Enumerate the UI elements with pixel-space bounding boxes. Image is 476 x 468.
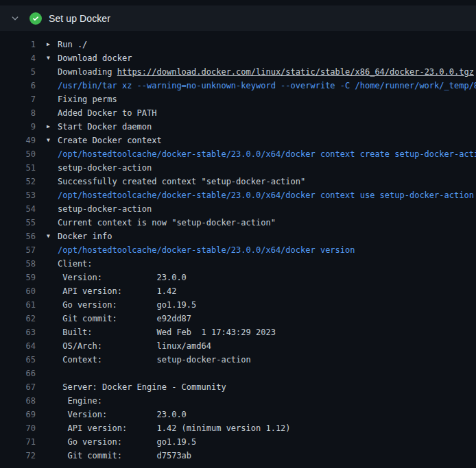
log-line: 66 <box>0 367 476 380</box>
log-text: setup-docker-action <box>36 202 476 216</box>
log-line: 61 Go version: go1.19.5 <box>0 298 476 312</box>
log-line: 71 Go version: go1.19.5 <box>0 435 476 449</box>
log-text: setup-docker-action <box>36 161 476 175</box>
log-group-line[interactable]: 1▶Run ./ <box>0 38 476 51</box>
line-number[interactable]: 52 <box>0 175 36 188</box>
line-number[interactable]: 57 <box>0 243 36 257</box>
log-text: ▼Create Docker context <box>36 134 476 147</box>
log-text-prefix: Downloading <box>58 67 117 77</box>
line-number[interactable]: 71 <box>0 435 36 449</box>
line-number[interactable]: 62 <box>0 312 36 325</box>
line-number[interactable]: 55 <box>0 216 36 230</box>
log-line: 64 OS/Arch: linux/amd64 <box>0 339 476 353</box>
log-text: Added Docker to PATH <box>36 106 476 120</box>
log-text: Git commit: e92dd87 <box>36 312 476 325</box>
log-text: Engine: <box>36 394 476 408</box>
log-line: 58Client: <box>0 257 476 271</box>
log-text: Server: Docker Engine - Community <box>36 380 476 394</box>
line-number[interactable]: 8 <box>0 106 36 120</box>
line-number[interactable]: 69 <box>0 408 36 421</box>
chevron-down-icon[interactable]: ▼ <box>47 230 50 243</box>
line-number[interactable]: 66 <box>0 367 36 380</box>
chevron-down-icon[interactable]: ▼ <box>47 51 50 65</box>
log-line: 57/opt/hostedtoolcache/docker-stable/23.… <box>0 243 476 257</box>
log-text: Go version: go1.19.5 <box>36 435 476 449</box>
line-number[interactable]: 67 <box>0 380 36 394</box>
log-text: Go version: go1.19.5 <box>36 298 476 312</box>
line-number[interactable]: 4 <box>0 51 36 65</box>
line-number[interactable]: 59 <box>0 271 36 284</box>
log-line: 60 API version: 1.42 <box>0 284 476 298</box>
log-text: /opt/hostedtoolcache/docker-stable/23.0.… <box>36 243 476 257</box>
chevron-right-icon[interactable]: ▶ <box>47 38 50 51</box>
log-text: Context: setup-docker-action <box>36 353 476 367</box>
line-number[interactable]: 60 <box>0 284 36 298</box>
log-text: OS/Arch: linux/amd64 <box>36 339 476 353</box>
line-number[interactable]: 9 <box>0 120 36 134</box>
line-number[interactable]: 70 <box>0 421 36 435</box>
log-text: Version: 23.0.0 <box>36 271 476 284</box>
line-number[interactable]: 53 <box>0 188 36 202</box>
log-line: 52Successfully created context "setup-do… <box>0 175 476 188</box>
chevron-down-icon[interactable] <box>10 13 21 24</box>
log-text: Built: Wed Feb 1 17:43:29 2023 <box>36 325 476 339</box>
log-text: ▶Run ./ <box>36 38 476 51</box>
log-text: Git commit: d7573ab <box>36 449 476 463</box>
check-circle-icon <box>29 12 42 25</box>
line-number[interactable]: 5 <box>0 65 36 79</box>
chevron-down-icon[interactable]: ▼ <box>47 134 50 147</box>
log-link[interactable]: https://download.docker.com/linux/static… <box>117 67 474 77</box>
log-group-line[interactable]: 49▼Create Docker context <box>0 134 476 147</box>
line-number[interactable]: 61 <box>0 298 36 312</box>
log-line: 69 Version: 23.0.0 <box>0 408 476 421</box>
log-text: /opt/hostedtoolcache/docker-stable/23.0.… <box>36 188 476 202</box>
log-line: 70 API version: 1.42 (minimum version 1.… <box>0 421 476 435</box>
log-line: 53/opt/hostedtoolcache/docker-stable/23.… <box>0 188 476 202</box>
step-title: Set up Docker <box>49 13 110 24</box>
log-text: API version: 1.42 (minimum version 1.12) <box>36 421 476 435</box>
log-text: API version: 1.42 <box>36 284 476 298</box>
line-number[interactable]: 68 <box>0 394 36 408</box>
line-number[interactable]: 7 <box>0 93 36 106</box>
line-number[interactable]: 51 <box>0 161 36 175</box>
line-number[interactable]: 58 <box>0 257 36 271</box>
log-text: ▼Download docker <box>36 51 476 65</box>
log-text: Current context is now "setup-docker-act… <box>36 216 476 230</box>
log-group-line[interactable]: 4▼Download docker <box>0 51 476 65</box>
log-line: 7Fixing perms <box>0 93 476 106</box>
line-number[interactable]: 56 <box>0 230 36 243</box>
log-text: Client: <box>36 257 476 271</box>
line-number[interactable]: 6 <box>0 79 36 93</box>
log-text: Fixing perms <box>36 93 476 106</box>
log-line: 72 Git commit: d7573ab <box>0 449 476 463</box>
line-number[interactable]: 63 <box>0 325 36 339</box>
log-text: Version: 23.0.0 <box>36 408 476 421</box>
log-text: /opt/hostedtoolcache/docker-stable/23.0.… <box>36 147 476 161</box>
log-text: Downloading https://download.docker.com/… <box>36 65 476 79</box>
log-group-line[interactable]: 9▶Start Docker daemon <box>0 120 476 134</box>
log-line: 55Current context is now "setup-docker-a… <box>0 216 476 230</box>
log-line: 65 Context: setup-docker-action <box>0 353 476 367</box>
line-number[interactable]: 64 <box>0 339 36 353</box>
line-number[interactable]: 72 <box>0 449 36 463</box>
log-line: 54setup-docker-action <box>0 202 476 216</box>
line-number[interactable]: 65 <box>0 353 36 367</box>
line-number[interactable]: 50 <box>0 147 36 161</box>
step-header[interactable]: Set up Docker <box>0 5 476 31</box>
log-group-line[interactable]: 56▼Docker info <box>0 230 476 243</box>
log-line: 6/usr/bin/tar xz --warning=no-unknown-ke… <box>0 79 476 93</box>
log-line: 67 Server: Docker Engine - Community <box>0 380 476 394</box>
chevron-right-icon[interactable]: ▶ <box>47 120 50 134</box>
log-text: ▼Docker info <box>36 230 476 243</box>
log-text: Successfully created context "setup-dock… <box>36 175 476 188</box>
line-number[interactable]: 1 <box>0 38 36 51</box>
line-number[interactable]: 49 <box>0 134 36 147</box>
log-line: 8Added Docker to PATH <box>0 106 476 120</box>
log-text: ▶Start Docker daemon <box>36 120 476 134</box>
log-line: 68 Engine: <box>0 394 476 408</box>
log-line: 51setup-docker-action <box>0 161 476 175</box>
log-lines: 1▶Run ./4▼Download docker5Downloading ht… <box>0 31 476 463</box>
log-viewer: Set up Docker 1▶Run ./4▼Download docker5… <box>0 5 476 468</box>
log-line: 5Downloading https://download.docker.com… <box>0 65 476 79</box>
line-number[interactable]: 54 <box>0 202 36 216</box>
